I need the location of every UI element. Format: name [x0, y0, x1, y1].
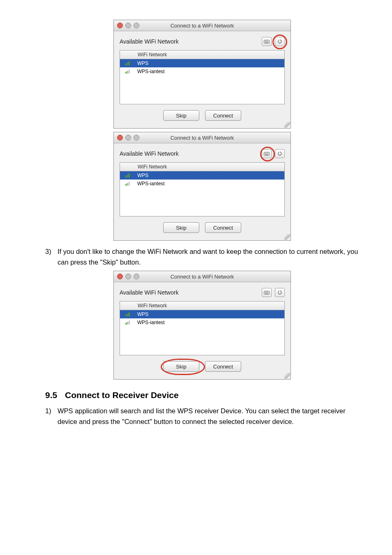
svg-rect-35 [268, 292, 268, 293]
svg-rect-25 [265, 293, 268, 294]
refresh-button[interactable] [275, 37, 285, 46]
skip-button[interactable]: Skip [163, 361, 199, 372]
keyboard-button[interactable] [262, 149, 272, 158]
list-text: If you don't like to change the WiFi Net… [58, 246, 359, 267]
resize-grip[interactable] [284, 234, 290, 240]
svg-rect-19 [265, 154, 265, 154]
svg-rect-28 [266, 292, 267, 292]
svg-rect-2 [265, 41, 265, 41]
signal-icon [125, 61, 130, 65]
list-text: WPS application will search and list the… [58, 406, 359, 427]
wifi-list: WiFi Network WPS WPS-iantest [120, 50, 285, 104]
column-header-name: WiFi Network [135, 52, 167, 58]
skip-button[interactable]: Skip [163, 110, 199, 121]
svg-rect-1 [265, 42, 268, 43]
svg-rect-23 [268, 154, 268, 154]
connect-button[interactable]: Connect [205, 110, 241, 121]
svg-rect-16 [266, 153, 267, 153]
svg-rect-20 [265, 154, 266, 154]
svg-rect-21 [266, 154, 267, 154]
wifi-dialog: Connect to a WiFi Network Available WiFi… [113, 271, 291, 380]
refresh-button[interactable] [275, 288, 285, 297]
section-heading: 9.5 Connect to Receiver Device [45, 390, 359, 400]
available-network-label: Available WiFi Network [120, 289, 179, 296]
table-row[interactable]: WPS-iantest [120, 67, 284, 76]
signal-icon [125, 173, 130, 177]
svg-rect-9 [266, 41, 267, 42]
titlebar: Connect to a WiFi Network [114, 132, 291, 143]
svg-rect-30 [268, 292, 268, 292]
wifi-name: WPS [135, 173, 148, 178]
heading-number: 9.5 [45, 390, 65, 400]
column-header-name: WiFi Network [135, 164, 167, 170]
svg-rect-13 [265, 154, 268, 155]
keyboard-icon [264, 39, 270, 44]
window-title: Connect to a WiFi Network [114, 135, 291, 141]
svg-rect-31 [265, 292, 265, 293]
wifi-list: WiFi Network WPS WPS-iantest [120, 162, 285, 216]
wifi-name: WPS [135, 311, 148, 317]
svg-rect-5 [267, 41, 267, 41]
svg-rect-34 [267, 292, 267, 293]
list-number: 1) [45, 406, 58, 427]
connect-button[interactable]: Connect [205, 222, 241, 233]
wifi-name: WPS-iantest [135, 69, 165, 74]
svg-rect-15 [265, 153, 266, 153]
heading-text: Connect to Receiver Device [65, 390, 179, 400]
titlebar: Connect to a WiFi Network [114, 271, 291, 282]
titlebar: Connect to a WiFi Network [114, 20, 291, 31]
svg-rect-4 [266, 41, 267, 41]
connect-button[interactable]: Connect [205, 361, 241, 372]
svg-rect-3 [265, 41, 266, 41]
svg-rect-33 [266, 292, 267, 293]
svg-rect-17 [267, 153, 267, 153]
refresh-icon [277, 290, 282, 295]
wifi-dialog: Connect to a WiFi Network Available WiFi… [113, 20, 291, 129]
wifi-name: WPS-iantest [135, 320, 165, 325]
available-network-label: Available WiFi Network [120, 150, 179, 157]
wifi-name: WPS [135, 60, 148, 66]
svg-rect-14 [265, 153, 265, 153]
skip-button[interactable]: Skip [163, 222, 199, 233]
available-network-label: Available WiFi Network [120, 38, 179, 45]
svg-rect-10 [267, 41, 267, 42]
svg-rect-18 [268, 153, 268, 153]
table-row[interactable]: WPS-iantest [120, 180, 284, 188]
svg-rect-32 [265, 292, 266, 293]
column-header-name: WiFi Network [135, 303, 167, 309]
resize-grip[interactable] [284, 122, 290, 128]
window-title: Connect to a WiFi Network [114, 274, 291, 280]
signal-icon [125, 182, 130, 186]
svg-rect-22 [267, 154, 267, 154]
table-row[interactable]: WPS-iantest [120, 318, 284, 327]
wifi-name: WPS-iantest [135, 181, 165, 187]
list-number: 3) [45, 246, 58, 267]
window-title: Connect to a WiFi Network [114, 23, 291, 29]
keyboard-icon [264, 152, 270, 156]
svg-rect-26 [265, 292, 265, 292]
keyboard-button[interactable] [262, 288, 272, 297]
signal-icon [125, 69, 130, 74]
svg-rect-27 [265, 292, 266, 292]
signal-icon [125, 312, 130, 316]
keyboard-button[interactable] [262, 37, 272, 46]
svg-rect-29 [267, 292, 267, 292]
refresh-icon [277, 39, 282, 44]
refresh-button[interactable] [275, 149, 285, 158]
svg-rect-6 [268, 41, 268, 41]
resize-grip[interactable] [284, 373, 290, 379]
wifi-dialog: Connect to a WiFi Network Available WiFi… [113, 132, 291, 241]
table-row[interactable]: WPS [120, 59, 284, 67]
refresh-icon [277, 151, 282, 156]
table-row[interactable]: WPS [120, 171, 284, 180]
keyboard-icon [264, 290, 270, 295]
svg-rect-11 [268, 41, 268, 42]
table-row[interactable]: WPS [120, 310, 284, 318]
svg-rect-7 [265, 41, 265, 42]
svg-rect-8 [265, 41, 266, 42]
signal-icon [125, 320, 130, 325]
wifi-list: WiFi Network WPS WPS-iantest [120, 301, 285, 355]
